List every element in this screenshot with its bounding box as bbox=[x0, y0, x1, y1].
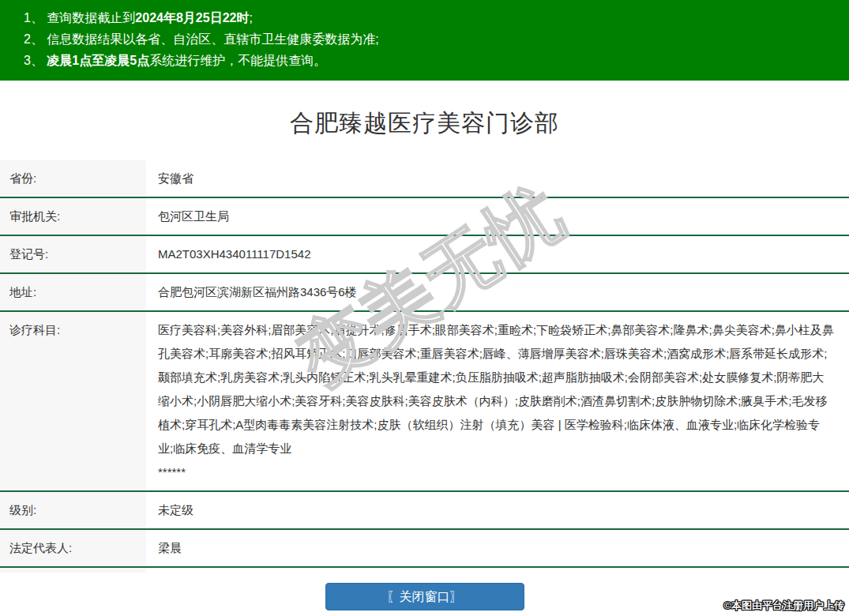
row-value: 安徽省 bbox=[146, 160, 849, 197]
treatment-subjects-stars: ****** bbox=[158, 460, 835, 484]
row-value: 梁晨 bbox=[146, 530, 849, 566]
notice-1-text: 1、 查询数据截止到 bbox=[24, 11, 135, 24]
notice-2-text: 2、 信息数据结果以各省、自治区、直辖市卫生健康委数据为准; bbox=[24, 32, 379, 46]
row-label: 省份: bbox=[0, 160, 146, 197]
table-row-treatment-subjects: 诊疗科目: 医疗美容科;美容外科;眉部美容术;眉提升术;修眉手术;眼部美容术;重… bbox=[0, 312, 849, 492]
table-row-province: 省份: 安徽省 bbox=[0, 160, 849, 198]
treatment-subjects-text: 医疗美容科;美容外科;眉部美容术;眉提升术;修眉手术;眼部美容术;重睑术;下睑袋… bbox=[158, 323, 834, 455]
table-row-address: 地址: 合肥包河区滨湖新区福州路3436号6楼 bbox=[0, 274, 849, 312]
row-value: MA2T03XH434011117D1542 bbox=[146, 236, 849, 272]
bottom-bar: 〖关闭窗口〗 bbox=[0, 573, 849, 616]
row-label: 诊疗科目: bbox=[0, 312, 146, 490]
row-label: 法定代表人: bbox=[0, 530, 146, 566]
institution-info-table: 省份: 安徽省 审批机关: 包河区卫生局 登记号: MA2T03XH434011… bbox=[0, 160, 849, 606]
page-title: 合肥臻越医疗美容门诊部 bbox=[0, 107, 849, 140]
row-value: 合肥包河区滨湖新区福州路3436号6楼 bbox=[146, 274, 849, 310]
row-value: 医疗美容科;美容外科;眉部美容术;眉提升术;修眉手术;眼部美容术;重睑术;下睑袋… bbox=[146, 312, 849, 490]
table-row-legal-representative: 法定代表人: 梁晨 bbox=[0, 530, 849, 568]
notice-line-2: 2、 信息数据结果以各省、自治区、直辖市卫生健康委数据为准; bbox=[24, 28, 841, 50]
row-label: 级别: bbox=[0, 492, 146, 528]
notice-3-suffix: 系统进行维护，不能提供查询。 bbox=[149, 54, 326, 67]
notice-line-3: 3、 凌晨1点至凌晨5点系统进行维护，不能提供查询。 bbox=[24, 50, 841, 71]
table-row-registration-number: 登记号: MA2T03XH434011117D1542 bbox=[0, 236, 849, 274]
notice-3-bold: 凌晨1点至凌晨5点 bbox=[47, 54, 149, 67]
notice-1-bold: 2024年8月25日22时 bbox=[135, 11, 249, 24]
notice-1-suffix: ; bbox=[249, 11, 252, 24]
row-value: 包河区卫生局 bbox=[146, 198, 849, 235]
table-row-approval-authority: 审批机关: 包河区卫生局 bbox=[0, 198, 849, 236]
table-row-level: 级别: 未定级 bbox=[0, 492, 849, 530]
close-window-button[interactable]: 〖关闭窗口〗 bbox=[325, 583, 524, 610]
notice-line-1: 1、 查询数据截止到2024年8月25日22时; bbox=[24, 7, 841, 28]
row-value: 未定级 bbox=[146, 492, 849, 528]
notice-3-text: 3、 bbox=[24, 54, 47, 67]
upload-copyright-stamp: ©本图由平台注册用户上传 bbox=[723, 599, 844, 613]
row-label: 地址: bbox=[0, 274, 146, 310]
notice-header: 1、 查询数据截止到2024年8月25日22时; 2、 信息数据结果以各省、自治… bbox=[0, 0, 849, 81]
row-label: 登记号: bbox=[0, 236, 146, 272]
row-label: 审批机关: bbox=[0, 198, 146, 235]
